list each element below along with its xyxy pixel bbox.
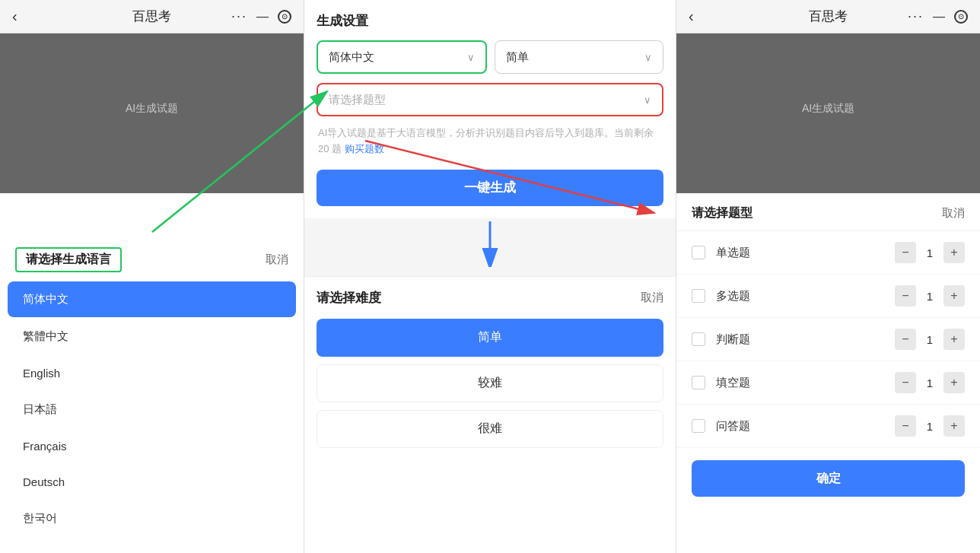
difficulty-chevron-icon: ∨ bbox=[644, 52, 652, 63]
qt-confirm-button[interactable]: 确定 bbox=[692, 460, 965, 497]
qt-items-list: 单选题 − 1 + 多选题 − 1 + 判断题 − 1 + 填空 bbox=[676, 231, 980, 448]
qt-count-qa: 1 bbox=[924, 420, 936, 433]
difficulty-overlay: 请选择难度 取消 简单较难很难 bbox=[304, 276, 676, 553]
qt-count-fill: 1 bbox=[924, 377, 936, 389]
right-back-button[interactable]: ‹ bbox=[689, 8, 694, 25]
qt-counter-judge: − 1 + bbox=[895, 329, 965, 350]
left-preview-label: AI生成试题 bbox=[0, 33, 304, 116]
left-preview-area: AI生成试题 bbox=[0, 33, 304, 193]
language-item-japanese[interactable]: 日本語 bbox=[8, 392, 296, 427]
qt-increment-fill[interactable]: + bbox=[943, 372, 965, 393]
difficulty-item-veryhard[interactable]: 很难 bbox=[317, 410, 663, 448]
settings-row: 简体中文 ∨ 简单 ∨ bbox=[317, 40, 663, 74]
difficulty-header: 请选择难度 取消 bbox=[317, 289, 663, 307]
middle-panel: 生成设置 简体中文 ∨ 简单 ∨ 请选择题型 ∨ AI导入试题是基于大语言模型，… bbox=[304, 0, 676, 553]
qt-decrement-single[interactable]: − bbox=[895, 242, 916, 263]
language-chevron-icon: ∨ bbox=[467, 52, 475, 63]
qt-item-single: 单选题 − 1 + bbox=[676, 231, 980, 275]
qt-checkbox-single[interactable] bbox=[692, 246, 705, 259]
language-list: 简体中文繁體中文English日本語FrançaisDeutsch한국어 bbox=[0, 281, 304, 553]
qt-counter-fill: − 1 + bbox=[895, 372, 965, 393]
left-minimize-button[interactable]: — bbox=[256, 10, 269, 24]
qt-item-judge: 判断题 − 1 + bbox=[676, 318, 980, 361]
qt-dialog-cancel[interactable]: 取消 bbox=[942, 206, 965, 221]
language-item-english[interactable]: English bbox=[8, 356, 296, 390]
right-app-header: ‹ 百思考 ··· — ⊙ bbox=[676, 0, 980, 33]
info-text: AI导入试题是基于大语言模型，分析并识别题目内容后导入到题库。当前剩余 20 题… bbox=[317, 126, 663, 157]
qt-checkbox-qa[interactable] bbox=[692, 419, 705, 433]
language-dialog: 请选择生成语言 取消 简体中文繁體中文English日本語FrançaisDeu… bbox=[0, 235, 304, 553]
qt-item-fill: 填空题 − 1 + bbox=[676, 361, 980, 405]
qt-count-single: 1 bbox=[924, 246, 936, 259]
right-minimize-button[interactable]: — bbox=[933, 10, 945, 24]
question-type-dropdown[interactable]: 请选择题型 ∨ bbox=[317, 83, 663, 116]
settings-section: 生成设置 简体中文 ∨ 简单 ∨ 请选择题型 ∨ AI导入试题是基于大语言模型，… bbox=[304, 0, 676, 218]
qt-label-single: 单选题 bbox=[716, 246, 895, 260]
qt-increment-judge[interactable]: + bbox=[943, 329, 965, 350]
qt-counter-multi: − 1 + bbox=[895, 285, 965, 307]
right-header-actions: ··· — ⊙ bbox=[908, 8, 968, 24]
left-back-button[interactable]: ‹ bbox=[12, 8, 18, 25]
difficulty-title: 请选择难度 bbox=[317, 289, 381, 307]
right-dots-icon[interactable]: ··· bbox=[908, 8, 924, 24]
qt-count-judge: 1 bbox=[924, 333, 936, 346]
qt-count-multi: 1 bbox=[924, 290, 936, 303]
qt-checkbox-judge[interactable] bbox=[692, 332, 705, 346]
right-app-title: 百思考 bbox=[809, 8, 848, 25]
difficulty-dropdown[interactable]: 简单 ∨ bbox=[495, 40, 663, 74]
qt-decrement-multi[interactable]: − bbox=[895, 285, 916, 307]
qt-label-judge: 判断题 bbox=[716, 332, 895, 347]
qt-counter-qa: − 1 + bbox=[895, 415, 965, 437]
qt-increment-multi[interactable]: + bbox=[943, 285, 965, 307]
right-panel: ‹ 百思考 ··· — ⊙ AI生成试题 请选择题型 取消 单选题 − 1 + … bbox=[676, 0, 980, 553]
difficulty-cancel[interactable]: 取消 bbox=[641, 291, 663, 305]
qt-label-fill: 填空题 bbox=[716, 376, 895, 390]
buy-questions-link[interactable]: 购买题数 bbox=[345, 143, 384, 154]
left-app-header: ‹ 百思考 ··· — ⊙ bbox=[0, 0, 304, 33]
qt-counter-single: − 1 + bbox=[895, 242, 965, 263]
qt-increment-single[interactable]: + bbox=[943, 242, 965, 263]
language-dropdown[interactable]: 简体中文 ∨ bbox=[317, 40, 487, 74]
language-dialog-cancel[interactable]: 取消 bbox=[266, 253, 288, 267]
left-app-title: 百思考 bbox=[132, 8, 171, 25]
difficulty-item-easy[interactable]: 简单 bbox=[317, 319, 663, 357]
language-dialog-header: 请选择生成语言 取消 bbox=[0, 235, 304, 280]
qt-decrement-fill[interactable]: − bbox=[895, 372, 916, 393]
question-type-row: 请选择题型 ∨ bbox=[317, 83, 663, 116]
left-dots-icon[interactable]: ··· bbox=[231, 8, 247, 24]
qt-checkbox-fill[interactable] bbox=[692, 376, 705, 389]
language-dialog-title: 请选择生成语言 bbox=[15, 247, 122, 272]
difficulty-list: 简单较难很难 bbox=[317, 319, 663, 448]
qt-dialog-title: 请选择题型 bbox=[692, 205, 752, 221]
language-item-traditional[interactable]: 繁體中文 bbox=[8, 319, 296, 354]
question-type-chevron-icon: ∨ bbox=[644, 94, 651, 106]
left-header-actions: ··· — ⊙ bbox=[231, 8, 291, 24]
language-item-korean[interactable]: 한국어 bbox=[8, 501, 296, 536]
qt-dialog-header: 请选择题型 取消 bbox=[676, 193, 980, 231]
qt-label-multi: 多选题 bbox=[716, 289, 895, 304]
language-item-german[interactable]: Deutsch bbox=[8, 465, 296, 499]
language-item-french[interactable]: Français bbox=[8, 429, 296, 463]
language-item-simplified[interactable]: 简体中文 bbox=[8, 281, 296, 317]
settings-title: 生成设置 bbox=[317, 12, 663, 30]
generate-button[interactable]: 一键生成 bbox=[317, 170, 663, 206]
right-close-button[interactable]: ⊙ bbox=[954, 10, 968, 24]
qt-decrement-qa[interactable]: − bbox=[895, 415, 916, 437]
qt-label-qa: 问答题 bbox=[716, 419, 895, 434]
qt-item-multi: 多选题 − 1 + bbox=[676, 275, 980, 318]
right-preview-label: AI生成试题 bbox=[676, 33, 980, 116]
qt-item-qa: 问答题 − 1 + bbox=[676, 405, 980, 448]
qt-decrement-judge[interactable]: − bbox=[895, 329, 916, 350]
left-close-button[interactable]: ⊙ bbox=[278, 10, 291, 24]
question-type-dialog: 请选择题型 取消 单选题 − 1 + 多选题 − 1 + 判断题 − 1 bbox=[676, 193, 980, 553]
left-panel: ‹ 百思考 ··· — ⊙ AI生成试题 请选择生成语言 取消 简体中文繁體中文… bbox=[0, 0, 304, 553]
qt-increment-qa[interactable]: + bbox=[943, 415, 965, 437]
blue-arrow-icon bbox=[304, 221, 676, 273]
difficulty-item-hard[interactable]: 较难 bbox=[317, 364, 663, 402]
right-preview-area: AI生成试题 bbox=[676, 33, 980, 193]
qt-checkbox-multi[interactable] bbox=[692, 289, 705, 303]
